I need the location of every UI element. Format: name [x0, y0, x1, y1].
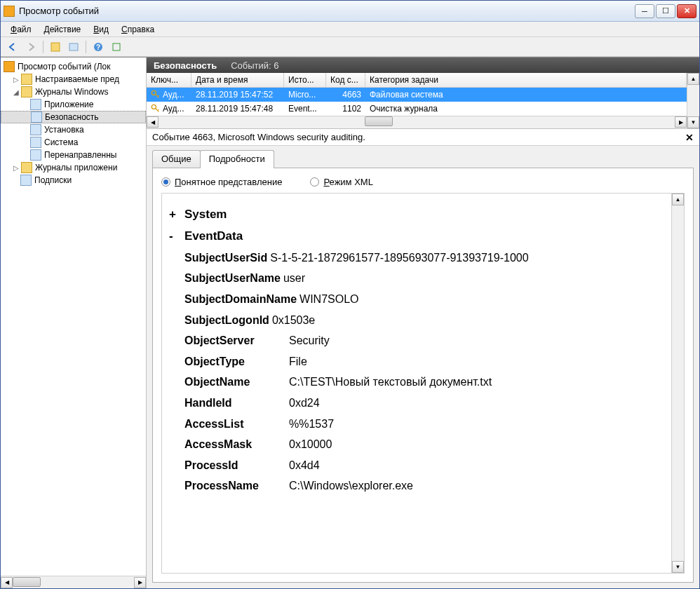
forward-button[interactable] [23, 39, 39, 55]
field-key: ObjectName [184, 372, 279, 393]
col-source[interactable]: Исто... [284, 73, 326, 87]
tree-forwarded[interactable]: Перенаправленны [1, 149, 146, 161]
radio-friendly-view[interactable]: Понятное представление [161, 177, 282, 187]
tree-root[interactable]: Просмотр событий (Лок [1, 60, 146, 73]
export-button[interactable] [109, 39, 124, 55]
detail-v-scrollbar[interactable]: ▲ ▼ [671, 194, 684, 573]
scroll-up-button[interactable]: ▲ [687, 73, 699, 85]
svg-rect-4 [113, 43, 120, 50]
scroll-thumb[interactable] [365, 116, 393, 126]
scroll-left-button[interactable]: ◀ [1, 577, 13, 588]
event-field: ObjectServerSecurity [169, 330, 667, 351]
log-icon [30, 124, 41, 135]
scroll-down-button[interactable]: ▼ [687, 116, 699, 128]
scroll-right-button[interactable]: ▶ [134, 577, 146, 588]
folder-icon [21, 86, 32, 97]
scroll-up-button[interactable]: ▲ [672, 194, 684, 205]
col-code[interactable]: Код с... [326, 73, 365, 87]
event-list: Ключ... Дата и время Исто... Код с... Ка… [147, 73, 699, 129]
expand-system-toggle[interactable]: + [169, 203, 182, 225]
navigation-tree: Просмотр событий (Лок ▷Настраиваемые пре… [1, 57, 147, 588]
radio-xml-view[interactable]: Режим XML [310, 177, 372, 187]
eventdata-section[interactable]: EventData [182, 225, 243, 247]
help-button[interactable]: ? [90, 39, 106, 55]
tree-app-services[interactable]: ▷Журналы приложени [1, 161, 146, 174]
col-key[interactable]: Ключ... [147, 73, 191, 87]
folder-icon [21, 74, 32, 85]
scroll-left-button[interactable]: ◀ [147, 116, 159, 128]
window-title: Просмотр событий [19, 6, 635, 16]
collapse-eventdata-toggle[interactable]: - [169, 225, 182, 247]
back-button[interactable] [5, 39, 20, 55]
expand-icon[interactable]: ▷ [12, 76, 20, 83]
field-key: SubjectUserName [184, 268, 281, 289]
log-icon [30, 149, 41, 161]
field-key: AccessMask [184, 434, 279, 455]
menu-help[interactable]: Справка [116, 23, 160, 36]
field-key: ObjectType [184, 351, 279, 372]
list-v-scrollbar[interactable]: ▲ ▼ [687, 73, 699, 128]
field-value: 0x4d4 [289, 455, 320, 476]
tree-application[interactable]: Приложение [1, 98, 146, 111]
event-row[interactable]: Ауд...28.11.2019 15:47:48Event...1102Очи… [147, 102, 687, 116]
field-value: C:\Windows\explorer.exe [289, 475, 413, 496]
show-tree-button[interactable] [48, 39, 63, 55]
field-key: AccessList [184, 414, 279, 435]
event-viewer-window: Просмотр событий ─ ☐ ✕ Файл Действие Вид… [0, 0, 700, 589]
close-detail-button[interactable]: ✕ [685, 132, 694, 143]
field-value: %%1537 [289, 414, 334, 435]
maximize-button[interactable]: ☐ [656, 4, 675, 18]
expand-icon[interactable]: ▷ [12, 164, 20, 172]
root-icon [4, 61, 15, 72]
menu-file[interactable]: Файл [5, 23, 37, 36]
field-key: SubjectLogonId [184, 310, 269, 331]
minimize-button[interactable]: ─ [635, 4, 654, 18]
folder-icon [21, 162, 32, 173]
key-icon [151, 90, 161, 100]
event-field: SubjectUserSidS-1-5-21-1872961577-189569… [169, 248, 667, 269]
field-value: user [283, 268, 305, 289]
scroll-right-button[interactable]: ▶ [675, 116, 687, 128]
close-button[interactable]: ✕ [677, 4, 696, 18]
menubar: Файл Действие Вид Справка [1, 22, 699, 37]
event-field: ObjectTypeFile [169, 351, 667, 372]
menu-view[interactable]: Вид [88, 23, 114, 36]
event-field: SubjectLogonId0x1503e [169, 310, 667, 331]
tree-custom-views[interactable]: ▷Настраиваемые пред [1, 73, 146, 86]
log-icon [31, 111, 42, 123]
field-value: 0x1503e [272, 310, 315, 331]
scroll-thumb[interactable] [13, 577, 41, 587]
scroll-down-button[interactable]: ▼ [672, 561, 684, 573]
event-field: ProcessId0x4d4 [169, 455, 667, 476]
tab-details[interactable]: Подробности [200, 150, 274, 168]
system-section[interactable]: System [182, 203, 227, 225]
detail-tabs: Общие Подробности [147, 146, 699, 168]
col-date[interactable]: Дата и время [191, 73, 284, 87]
log-icon [30, 137, 41, 148]
svg-text:?: ? [96, 43, 100, 51]
properties-button[interactable] [66, 39, 81, 55]
menu-action[interactable]: Действие [39, 23, 87, 36]
event-field: ProcessNameC:\Windows\explorer.exe [169, 475, 667, 496]
svg-rect-0 [51, 43, 60, 51]
list-h-scrollbar[interactable]: ◀ ▶ [147, 116, 687, 128]
tree-security[interactable]: Безопасность [1, 111, 146, 123]
tree-system[interactable]: Система [1, 136, 146, 149]
tree-windows-logs[interactable]: ◢Журналы Windows [1, 86, 146, 98]
tree-setup[interactable]: Установка [1, 123, 146, 136]
key-icon [151, 104, 161, 114]
titlebar[interactable]: Просмотр событий ─ ☐ ✕ [1, 1, 699, 22]
event-data-view: +System -EventData SubjectUserSidS-1-5-2… [161, 193, 685, 574]
event-field: ObjectNameC:\TEST\Новый текстовый докуме… [169, 372, 667, 393]
col-category[interactable]: Категория задачи [365, 73, 687, 87]
collapse-icon[interactable]: ◢ [12, 88, 20, 96]
tree-scrollbar[interactable]: ◀ ▶ [1, 576, 146, 588]
field-value: S-1-5-21-1872961577-1895693077-91393719-… [270, 248, 528, 269]
event-field: AccessList%%1537 [169, 414, 667, 435]
field-value: WIN7SOLO [299, 289, 358, 310]
field-key: SubjectDomainName [184, 289, 297, 310]
tab-general[interactable]: Общие [152, 150, 201, 168]
event-row[interactable]: Ауд...28.11.2019 15:47:52Micro...4663Фай… [147, 88, 687, 102]
tree-subscriptions[interactable]: Подписки [1, 174, 146, 187]
field-value: File [289, 351, 307, 372]
